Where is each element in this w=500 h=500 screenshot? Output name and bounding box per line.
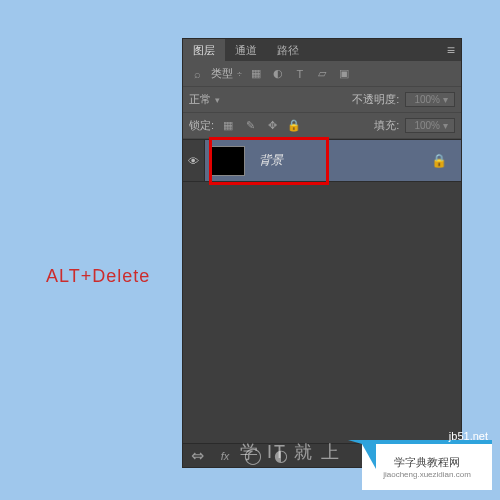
fill-label: 填充: [374,118,399,133]
opacity-value: 100% [414,94,440,105]
lock-row: 锁定: ▦ ✎ ✥ 🔒 填充: 100% ▾ [183,113,461,139]
shortcut-label: ALT+Delete [46,266,150,287]
lock-label: 锁定: [189,118,214,133]
search-icon[interactable]: ⌕ [189,66,205,82]
layer-row-background[interactable]: 👁 背景 🔒 [183,140,461,182]
filter-adjust-icon[interactable]: ◐ [270,66,286,82]
filter-row: ⌕ 类型 ÷ ▦ ◐ T ▱ ▣ [183,61,461,87]
blend-mode-dropdown[interactable]: 正常 ▾ [189,92,220,107]
lock-all-icon[interactable]: 🔒 [286,118,302,134]
chevron-down-icon: ▾ [443,120,448,131]
lock-transparency-icon[interactable]: ▦ [220,118,236,134]
layer-thumbnail[interactable] [211,146,245,176]
filter-type-icon[interactable]: T [292,66,308,82]
fill-value: 100% [414,120,440,131]
tab-paths[interactable]: 路径 [267,39,309,61]
chevron-down-icon: ▾ [443,94,448,105]
watermark-badge: 学字典教程网 jiaocheng.xuezidian.com jb51.net [362,440,492,490]
filter-shape-icon[interactable]: ▱ [314,66,330,82]
lock-position-icon[interactable]: ✥ [264,118,280,134]
panel-menu-icon[interactable]: ≡ [447,42,455,58]
filter-kind-label: 类型 [211,66,233,81]
fx-icon[interactable]: fx [217,448,233,464]
layer-name[interactable]: 背景 [259,152,283,169]
visibility-toggle[interactable]: 👁 [183,140,205,181]
opacity-label: 不透明度: [352,92,399,107]
tab-layers[interactable]: 图层 [183,39,225,61]
lock-icon: 🔒 [431,153,447,168]
layers-list: 👁 背景 🔒 [183,139,461,443]
watermark-corner: jb51.net [449,430,488,442]
chevron-down-icon: ÷ [237,69,242,79]
watermark-url: jiaocheng.xuezidian.com [383,470,471,479]
link-icon[interactable]: ⇔ [189,448,205,464]
watermark-faint: 学 IT 就 上 [240,440,341,464]
fill-input[interactable]: 100% ▾ [405,118,455,133]
opacity-input[interactable]: 100% ▾ [405,92,455,107]
filter-kind-dropdown[interactable]: 类型 ÷ [211,66,242,81]
lock-image-icon[interactable]: ✎ [242,118,258,134]
eye-icon: 👁 [188,155,199,167]
watermark-site: 学字典教程网 [394,455,460,470]
filter-pixel-icon[interactable]: ▦ [248,66,264,82]
filter-smart-icon[interactable]: ▣ [336,66,352,82]
blend-row: 正常 ▾ 不透明度: 100% ▾ [183,87,461,113]
chevron-down-icon: ▾ [215,95,220,105]
layers-panel: 图层 通道 路径 ≡ ⌕ 类型 ÷ ▦ ◐ T ▱ ▣ 正常 ▾ 不透明度: 1… [182,38,462,468]
panel-tabs: 图层 通道 路径 ≡ [183,39,461,61]
tab-channels[interactable]: 通道 [225,39,267,61]
blend-mode-value: 正常 [189,92,211,107]
